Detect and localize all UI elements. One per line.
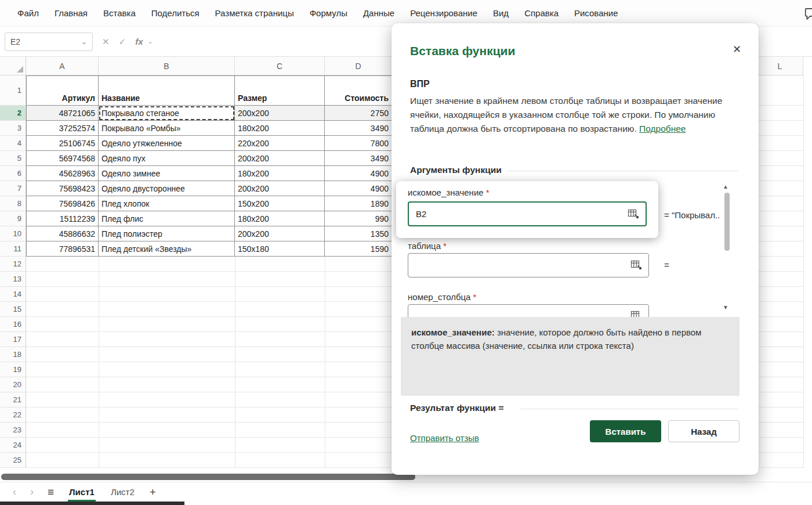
dialog-scrollbar-thumb[interactable] [724, 193, 730, 251]
feedback-link[interactable]: Отправить отзыв [410, 433, 479, 443]
cell-C3[interactable]: 180x200 [235, 121, 325, 136]
cell-B11[interactable]: Плед детский «Звезды» [99, 241, 235, 257]
menu-data[interactable]: Данные [363, 8, 394, 18]
row-header-16[interactable]: 16 [0, 317, 26, 332]
row-header-13[interactable]: 13 [0, 272, 26, 287]
scroll-up-icon[interactable]: ▲ [723, 183, 728, 190]
range-picker-icon[interactable] [628, 209, 640, 219]
row-header-12[interactable]: 12 [0, 257, 26, 272]
table-input[interactable] [408, 253, 649, 277]
cell-C5[interactable]: 200x200 [235, 151, 325, 166]
row-header-10[interactable]: 10 [0, 226, 26, 241]
cell-D11[interactable]: 1590 [325, 241, 392, 257]
row-header-19[interactable]: 19 [0, 362, 26, 377]
row-header-7[interactable]: 7 [0, 181, 26, 196]
back-button[interactable]: Назад [668, 420, 740, 442]
menu-home[interactable]: Главная [55, 8, 88, 18]
cell-C9[interactable]: 180x200 [235, 211, 325, 226]
cell-A9[interactable]: 15112239 [26, 211, 99, 226]
row-header-20[interactable]: 20 [0, 377, 26, 392]
cell-A5[interactable]: 56974568 [26, 151, 99, 166]
menu-page-layout[interactable]: Разметка страницы [215, 8, 294, 18]
horizontal-scrollbar-thumb[interactable] [1, 474, 415, 480]
row-header-8[interactable]: 8 [0, 196, 26, 211]
cell-B3[interactable]: Покрывало «Ромбы» [99, 121, 235, 136]
menu-review[interactable]: Рецензирование [410, 8, 477, 18]
row-header-15[interactable]: 15 [0, 302, 26, 317]
cell-A4[interactable]: 25106745 [26, 136, 99, 151]
cell-D4[interactable]: 7800 [325, 136, 392, 151]
cell-C6[interactable]: 180x200 [235, 166, 325, 181]
cell-D3[interactable]: 3490 [325, 121, 392, 136]
row-header-4[interactable]: 4 [0, 136, 26, 151]
cell-B5[interactable]: Одеяло пух [99, 151, 235, 166]
name-box[interactable]: E2 ⌄ [5, 33, 93, 51]
row-header-14[interactable]: 14 [0, 287, 26, 302]
menu-help[interactable]: Справка [524, 8, 559, 18]
column-header-D[interactable]: D [325, 57, 392, 75]
row-header-25[interactable]: 25 [0, 453, 26, 468]
row-header-3[interactable]: 3 [0, 121, 26, 136]
cell-D8[interactable]: 1890 [325, 196, 392, 211]
row-header-5[interactable]: 5 [0, 151, 26, 166]
confirm-icon[interactable]: ✓ [119, 37, 126, 47]
cell-C11[interactable]: 150x180 [235, 241, 325, 257]
lookup-value-input[interactable]: B2 [408, 201, 647, 226]
menu-insert[interactable]: Вставка [103, 8, 136, 18]
cell-A10[interactable]: 45886632 [26, 226, 99, 241]
row-header-21[interactable]: 21 [0, 392, 26, 407]
cell-B2[interactable]: Покрывало стеганое [99, 106, 235, 121]
cell-C4[interactable]: 220x200 [235, 136, 325, 151]
scroll-down-icon[interactable]: ▼ [723, 304, 728, 311]
insert-button[interactable]: Вставить [590, 420, 661, 442]
prev-sheet-icon[interactable]: ‹ [13, 486, 16, 498]
close-icon[interactable]: ✕ [733, 43, 741, 56]
row-header-22[interactable]: 22 [0, 407, 26, 423]
cell-A8[interactable]: 75698426 [26, 196, 99, 211]
column-header-L[interactable]: L [757, 57, 803, 75]
cell-C7[interactable]: 200x200 [235, 181, 325, 196]
cell-D5[interactable]: 3490 [325, 151, 392, 166]
cell-D6[interactable]: 4900 [325, 166, 392, 181]
tab-sheet2[interactable]: Лист2 [110, 485, 136, 499]
row-header-6[interactable]: 6 [0, 166, 26, 181]
cell-C2[interactable]: 200x200 [235, 106, 325, 121]
cell-A11[interactable]: 77896531 [26, 241, 99, 257]
cell-B10[interactable]: Плед полиэстер [99, 226, 235, 241]
cell-C8[interactable]: 150x200 [235, 196, 325, 211]
menu-file[interactable]: Файл [17, 8, 39, 18]
cell-C1[interactable]: Размер [235, 75, 325, 106]
cell-B7[interactable]: Одеяло двустороннее [99, 181, 235, 196]
cell-D2[interactable]: 2750 [325, 106, 392, 121]
cell-A3[interactable]: 37252574 [26, 121, 99, 136]
cell-B8[interactable]: Плед хлопок [99, 196, 235, 211]
row-header-17[interactable]: 17 [0, 332, 26, 347]
cancel-icon[interactable]: ✕ [102, 37, 110, 47]
column-header-A[interactable]: A [26, 57, 99, 75]
comments-icon[interactable] [804, 6, 812, 22]
cell-D1[interactable]: Стоимость [325, 75, 392, 106]
column-header-B[interactable]: B [99, 57, 235, 75]
sheet-list-icon[interactable]: ≡ [48, 486, 54, 499]
row-header-18[interactable]: 18 [0, 347, 26, 362]
cell-C10[interactable]: 200x200 [235, 226, 325, 241]
row-header-2[interactable]: 2 [0, 106, 26, 121]
cell-B4[interactable]: Одеяло утяжеленное [99, 136, 235, 151]
more-link[interactable]: Подробнее [639, 124, 686, 134]
cell-A1[interactable]: Артикул [26, 75, 99, 106]
menu-formulas[interactable]: Формулы [310, 8, 347, 18]
select-all-corner[interactable] [0, 57, 26, 75]
add-sheet-icon[interactable]: + [150, 486, 156, 499]
cell-B9[interactable]: Плед флис [99, 211, 235, 226]
menu-share[interactable]: Поделиться [151, 8, 200, 18]
next-sheet-icon[interactable]: › [30, 486, 34, 498]
cell-A7[interactable]: 75698423 [26, 181, 99, 196]
row-header-9[interactable]: 9 [0, 211, 26, 226]
cell-D7[interactable]: 4900 [325, 181, 392, 196]
cell-B1[interactable]: Название [99, 75, 235, 106]
menu-draw[interactable]: Рисование [574, 8, 618, 18]
cell-B6[interactable]: Одеяло зимнее [99, 166, 235, 181]
fx-icon[interactable]: fx [135, 37, 143, 46]
menu-view[interactable]: Вид [493, 8, 509, 18]
cell-D9[interactable]: 990 [325, 211, 392, 226]
